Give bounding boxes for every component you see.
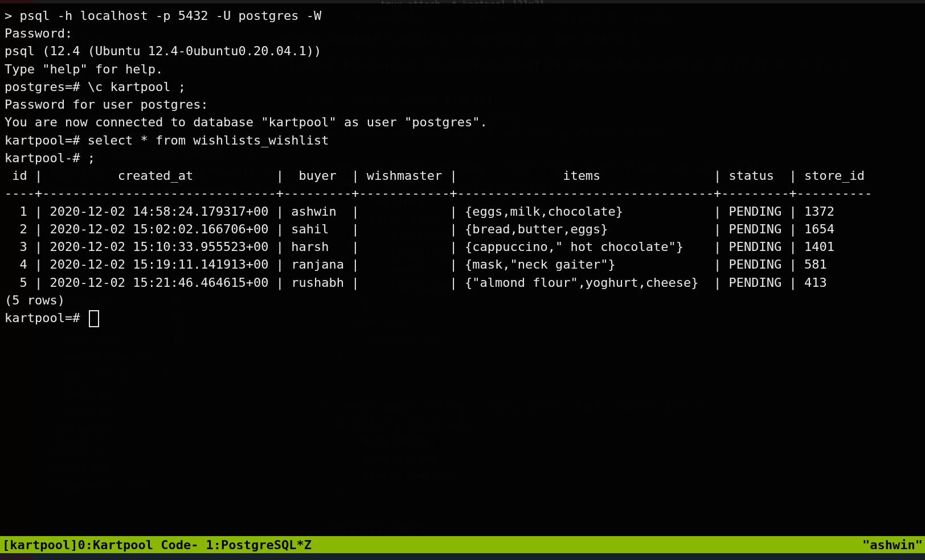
terminal-cursor (89, 310, 99, 327)
terminal-line: kartpool-# ; (5, 149, 920, 167)
vscode-status-bar (0, 553, 925, 560)
terminal-line: postgres=# \c kartpool ; (5, 78, 920, 96)
terminal-line: 1 | 2020-12-02 14:58:24.179317+00 | ashw… (5, 203, 920, 220)
terminal-line: kartpool=# select * from wishlists_wishl… (5, 131, 920, 149)
terminal-line: > psql -h localhost -p 5432 -U postgres … (5, 7, 920, 24)
terminal-line: 3 | 2020-12-02 15:10:33.955523+00 | hars… (5, 238, 920, 256)
terminal[interactable]: > psql -h localhost -p 5432 -U postgres … (0, 3, 925, 540)
tmux-status-right: "ashwin" (862, 538, 923, 552)
terminal-line: 5 | 2020-12-02 15:21:46.464615+00 | rush… (5, 274, 920, 291)
terminal-line: Type "help" for help. (5, 60, 920, 78)
terminal-line: id | created_at | buyer | wishmaster | i… (5, 167, 920, 184)
terminal-line: Password for user postgres: (5, 96, 920, 113)
terminal-line: Password: (5, 24, 920, 42)
terminal-line: 4 | 2020-12-02 15:19:11.141913+00 | ranj… (5, 256, 920, 273)
tmux-status-bar: [kartpool]0:Kartpool Code- 1:PostgreSQL*… (0, 536, 925, 553)
terminal-line: (5 rows) (5, 291, 920, 309)
terminal-line: ----+-------------------------------+---… (5, 184, 920, 202)
terminal-line: 2 | 2020-12-02 15:02:02.166706+00 | sahi… (5, 220, 920, 238)
tmux-status-left: [kartpool]0:Kartpool Code- 1:PostgreSQL*… (2, 538, 862, 552)
terminal-line: You are now connected to database "kartp… (5, 113, 920, 131)
terminal-line: psql (12.4 (Ubuntu 12.4-0ubuntu0.20.04.1… (5, 42, 920, 60)
terminal-line: kartpool=# (5, 309, 920, 327)
